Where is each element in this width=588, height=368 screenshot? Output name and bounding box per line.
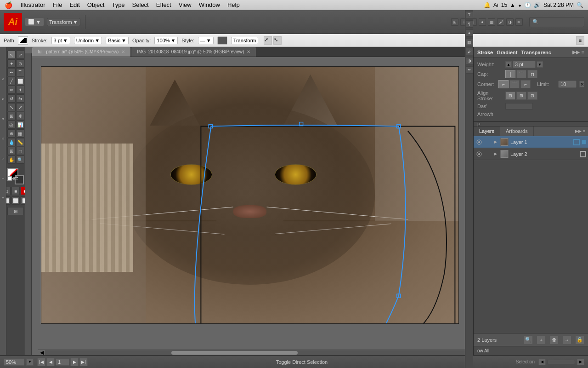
align-inside-btn[interactable]: ⊞ bbox=[516, 92, 526, 100]
transform-btn-2[interactable]: ⤡ bbox=[273, 36, 282, 45]
brush-rt-btn[interactable]: 🖌 bbox=[466, 48, 473, 55]
brush-tool-btn[interactable]: ✏ bbox=[7, 86, 16, 94]
delete-layer-btn[interactable]: 🗑 bbox=[549, 335, 559, 345]
layer-2-expand[interactable]: ▶ bbox=[493, 151, 498, 157]
h-scrollbar-thumb[interactable] bbox=[171, 351, 298, 355]
gradient-rt-btn[interactable]: ◑ bbox=[466, 57, 473, 64]
menu-illustrator[interactable]: Illustrator bbox=[17, 0, 49, 10]
style-dropdown[interactable]: — ▼ bbox=[198, 37, 214, 44]
layers-icon-toolbar[interactable]: ▦ bbox=[488, 18, 495, 26]
circle-rt-btn[interactable]: ● bbox=[466, 29, 473, 37]
type-tool-btn[interactable]: T bbox=[16, 68, 24, 76]
magic-wand-btn[interactable]: ✦ bbox=[7, 59, 16, 68]
options-menu-btn[interactable]: ≡ bbox=[576, 36, 584, 45]
color-wheel-icon[interactable]: ◑ bbox=[506, 18, 514, 26]
puppet-warp-btn[interactable]: ❋ bbox=[16, 112, 24, 120]
last-page-btn[interactable]: ▶| bbox=[79, 358, 88, 366]
limit-input[interactable] bbox=[558, 80, 577, 88]
menu-view[interactable]: View bbox=[175, 0, 195, 10]
menu-type[interactable]: Type bbox=[108, 0, 128, 10]
weight-up-btn[interactable]: ▲ bbox=[505, 61, 512, 68]
stroke-type-dropdown[interactable]: Uniform ▼ bbox=[74, 37, 102, 44]
next-page-btn[interactable]: ▶ bbox=[70, 358, 79, 366]
search-layers-btn[interactable]: 🔍 bbox=[524, 335, 533, 345]
transform-btn-1[interactable]: ⤢ bbox=[264, 36, 272, 45]
selection-tool-btn[interactable]: ↖ bbox=[7, 51, 16, 59]
panel-expand-btn[interactable]: ▶▶ bbox=[572, 49, 580, 55]
apple-icon[interactable]: 🍎 bbox=[5, 1, 12, 9]
line-tool-btn[interactable]: ╱ bbox=[7, 77, 16, 85]
horizontal-scrollbar[interactable]: ◀ ▶ bbox=[38, 350, 473, 355]
lock-layer-btn[interactable]: 🔒 bbox=[575, 335, 584, 345]
corner-miter-btn[interactable]: ⌐ bbox=[498, 80, 509, 88]
tab-1[interactable]: IMG_20140818_084019.jpg* @ 50% (RGB/Prev… bbox=[131, 47, 256, 57]
graph-btn[interactable]: 📊 bbox=[16, 121, 24, 129]
gradient-tab[interactable]: Gradient bbox=[497, 50, 517, 55]
search-icon[interactable]: 🔍 bbox=[577, 2, 583, 8]
pen-tool-btn[interactable]: ✒ bbox=[7, 68, 16, 76]
bottom-arrow-left-btn[interactable]: ◀ bbox=[538, 359, 546, 365]
menu-effect[interactable]: Effect bbox=[153, 0, 175, 10]
slice-btn[interactable]: ⊞ bbox=[7, 147, 16, 155]
screen-mode-btn[interactable]: ⊞ bbox=[7, 207, 24, 215]
bottom-arrow-right-btn[interactable]: ▶ bbox=[577, 359, 584, 365]
rect-tool-btn[interactable]: ⬜ bbox=[16, 77, 24, 85]
layer-row-1[interactable]: ▶ Layer 1 bbox=[474, 136, 588, 148]
layer-row-2[interactable]: ▶ Layer 2 bbox=[474, 148, 588, 160]
transparency-tab[interactable]: Transparenc bbox=[521, 50, 551, 55]
symbol-spray-btn[interactable]: ◎ bbox=[7, 121, 16, 129]
cap-round-btn[interactable]: ⌒ bbox=[516, 70, 526, 78]
blob-brush-btn[interactable]: ✦ bbox=[16, 86, 24, 94]
reflect-tool-btn[interactable]: ⇆ bbox=[16, 94, 24, 103]
layers-expand-btn[interactable]: ▶▶ bbox=[575, 129, 582, 133]
first-page-btn[interactable]: |◀ bbox=[37, 358, 45, 366]
layer-1-visibility[interactable] bbox=[475, 138, 483, 146]
measure-btn[interactable]: 📏 bbox=[16, 138, 24, 146]
weight-arrow-btn[interactable]: ▼ bbox=[537, 61, 543, 68]
opacity-dropdown[interactable]: 100% ▼ bbox=[154, 37, 178, 44]
zoom-btn[interactable]: 🔍 bbox=[16, 155, 24, 164]
stroke-tab[interactable]: Stroke bbox=[477, 50, 493, 55]
fill-white-btn[interactable]: ■ bbox=[11, 187, 20, 195]
pres-mode-btn[interactable]: ⬜ bbox=[21, 196, 25, 205]
brush-type-dropdown[interactable]: Basic ▼ bbox=[106, 37, 129, 44]
menu-object[interactable]: Object bbox=[84, 0, 108, 10]
layer-1-lock[interactable] bbox=[485, 139, 491, 145]
menu-edit[interactable]: Edit bbox=[66, 0, 83, 10]
move-layer-btn[interactable]: → bbox=[562, 335, 571, 345]
transform-btn[interactable]: Transform bbox=[231, 37, 259, 44]
menu-help[interactable]: Help bbox=[224, 0, 243, 10]
fill-color-btn[interactable]: ■ bbox=[21, 187, 25, 195]
menu-file[interactable]: File bbox=[49, 0, 66, 10]
artboards-tab[interactable]: Artboards bbox=[500, 126, 534, 136]
scroll-left-btn[interactable]: ◀ bbox=[38, 350, 45, 356]
hand-btn[interactable]: ✋ bbox=[7, 155, 16, 164]
tab-0-close[interactable]: ✕ bbox=[121, 49, 125, 54]
arrange-icon[interactable]: ⊞ bbox=[451, 18, 458, 26]
cap-butt-btn[interactable]: | bbox=[505, 70, 515, 78]
fullscreen-mode-btn[interactable]: ⬜ bbox=[11, 196, 20, 205]
eraser-btn[interactable]: ◻ bbox=[16, 147, 24, 155]
doc-profile-btn[interactable]: ⬜ ▼ bbox=[25, 17, 44, 26]
warp-tool-btn[interactable]: ⤢ bbox=[16, 103, 24, 111]
globe-btn[interactable] bbox=[217, 36, 227, 45]
corner-round-btn[interactable]: ⌒ bbox=[509, 80, 520, 88]
align-center-btn[interactable]: ⊟ bbox=[505, 92, 515, 100]
limit-close-btn[interactable]: ✕ bbox=[579, 81, 584, 87]
bottom-scroll-track[interactable] bbox=[548, 360, 575, 364]
rotate-tool-btn[interactable]: ↺ bbox=[7, 94, 16, 103]
menu-select[interactable]: Select bbox=[129, 0, 153, 10]
align-outside-btn[interactable]: ⊡ bbox=[527, 92, 537, 100]
pen-icon-toolbar[interactable]: ✒ bbox=[515, 18, 523, 26]
zoom-input[interactable] bbox=[4, 358, 24, 366]
layer-2-visibility[interactable] bbox=[475, 150, 483, 158]
search-bar[interactable]: 🔍 bbox=[529, 17, 584, 27]
gradient-tool-btn[interactable]: ▦ bbox=[16, 129, 24, 138]
type-rt-btn[interactable]: T bbox=[466, 11, 473, 18]
pen-rt-btn[interactable]: ✒ bbox=[466, 66, 473, 74]
prev-page-btn[interactable]: ◀ bbox=[46, 358, 55, 366]
eyedropper-btn[interactable]: 💧 bbox=[7, 138, 16, 146]
layers-tab[interactable]: Layers bbox=[474, 126, 500, 136]
workspace-dropdown[interactable]: Transform ▼ bbox=[47, 18, 80, 26]
layer-1-expand[interactable]: ▶ bbox=[493, 139, 498, 145]
